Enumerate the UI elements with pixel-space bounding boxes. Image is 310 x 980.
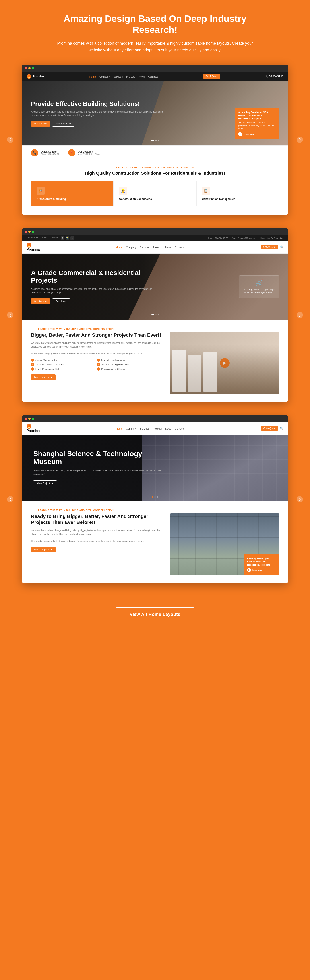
layout1-next-arrow[interactable]: ❯ — [297, 137, 303, 143]
section2-image: ▶ — [170, 332, 279, 394]
nav3-services[interactable]: Services — [140, 426, 149, 430]
dot2-2 — [155, 314, 157, 315]
service-title-1: Architecture & building — [37, 197, 108, 200]
service-card-2[interactable]: 👷 Construction Consultants — [113, 181, 196, 206]
layout1-hero-btns: Our Services More About Us! — [31, 121, 168, 127]
layout3-projects-btn[interactable]: Latest Projects ▼ — [31, 547, 56, 552]
section3-text1: We know that windows change and bring bu… — [31, 528, 161, 536]
overlay-learn-more[interactable]: ▶ Learn More — [247, 568, 275, 572]
topbar-info-link[interactable]: Info & Media — [27, 236, 38, 240]
nav3-projects[interactable]: Projects — [153, 426, 162, 430]
nav-link-news[interactable]: News — [139, 75, 145, 78]
layout3-hero: Shanghai Science & Technology Museum Sha… — [22, 435, 288, 501]
nav-link-contacts[interactable]: Contacts — [149, 75, 158, 78]
layout2-services-btn[interactable]: Our Services — [31, 298, 50, 304]
section2-right: ▶ — [170, 332, 279, 394]
nav3-company[interactable]: Company — [126, 426, 136, 430]
nav-link-projects[interactable]: Projects — [126, 75, 135, 78]
check-icon-5: ✓ — [31, 368, 34, 371]
topbar-contacts-link[interactable]: Contacts — [50, 236, 58, 240]
layout2-videos-btn[interactable]: Our Videos — [52, 298, 70, 304]
layout1-learn-more[interactable]: ▶ Learn More — [238, 132, 275, 136]
nav3-news[interactable]: News — [165, 426, 171, 430]
layout3-slide-dots — [152, 496, 158, 498]
check-icon-1: ✓ — [31, 359, 34, 362]
search-icon[interactable]: 🔍 — [280, 245, 283, 249]
info-contact-text: Phone: 55 854 54 17 — [41, 153, 59, 155]
layout3-logo: 🔥 Promina — [27, 424, 40, 433]
nav2-contacts[interactable]: Contacts — [175, 245, 184, 249]
browser-close-2 — [25, 231, 27, 233]
service-icon-2: 👷 — [119, 187, 127, 195]
layout3-nav-links: Home Company Services Projects News Cont… — [116, 426, 184, 430]
section3-eyebrow-text: Leading The Way In Building And Civil Co… — [38, 509, 114, 512]
layout1-services-btn[interactable]: Our Services — [31, 121, 50, 127]
info-location-title: Our Location — [78, 150, 101, 153]
section3-title: Ready to Bring Bigger, Better, Faster An… — [31, 513, 161, 525]
layout3-navbar: 🔥 Promina Home Company Services Projects… — [22, 422, 288, 435]
nav2-company[interactable]: Company — [126, 245, 136, 249]
layout3-hero-text: Shanghai's Science & Technology Museum o… — [33, 469, 171, 476]
layout1-quote-btn[interactable]: Get A Quote — [203, 74, 221, 79]
layout3-content: Leading The Way In Building And Civil Co… — [22, 501, 288, 583]
check-icon-6: ✓ — [97, 368, 100, 371]
learn-more-icon: ▶ — [238, 132, 242, 136]
nav3-home[interactable]: Home — [116, 426, 123, 430]
layout3-quote-btn[interactable]: Get A Quote — [261, 426, 278, 431]
nav2-home[interactable]: Home — [116, 245, 123, 249]
layout3-mockup: 🔥 Promina Home Company Services Projects… — [22, 415, 288, 583]
layout1-hero-text: A leading developer of A grade commercia… — [31, 110, 168, 117]
layout1-services-section: The Best & Grade Commercial & Residentia… — [22, 160, 288, 215]
nav3-contacts[interactable]: Contacts — [175, 426, 184, 430]
layout2-mockup: Info & Media Careers Contacts f 📸 t Phon… — [22, 228, 288, 402]
layout2-hero-text: A leading developer of A grade commercia… — [31, 287, 160, 294]
nav2-projects[interactable]: Projects — [153, 245, 162, 249]
layout1-hero-card: A Leading Developer Of A Grade Commercia… — [235, 108, 279, 139]
layout1-prev-arrow[interactable]: ❮ — [7, 137, 13, 143]
layout3-next-arrow[interactable]: ❯ — [297, 496, 303, 502]
info-text-location: Our Location York 17356 United States — [78, 150, 101, 155]
services-subtitle: The Best & Grade Commercial & Residentia… — [31, 167, 279, 169]
topbar-careers-link[interactable]: Careers — [40, 236, 48, 240]
layout2-next-arrow[interactable]: ❯ — [297, 312, 303, 318]
dot2-3 — [158, 314, 159, 315]
dot3-1 — [152, 496, 153, 498]
layout2-quote-btn[interactable]: Get A Quote — [261, 245, 278, 249]
nav-link-home[interactable]: Home — [89, 75, 96, 78]
search-icon-3[interactable]: 🔍 — [280, 427, 283, 430]
service-card-3[interactable]: 📋 Construction Management — [197, 181, 279, 206]
layout3-prev-arrow[interactable]: ❮ — [7, 496, 13, 502]
feature-list: ✓ Quality Control System ✓ Unrivalled wo… — [31, 359, 161, 371]
logo-icon-2: 🔥 — [27, 243, 32, 248]
layout2-nav-links: Home Company Services Projects News Cont… — [116, 245, 184, 249]
layout2-hero-heading: A Grade Commercial & Residential Project… — [31, 269, 160, 284]
service-card-1[interactable]: 🏗️ Architecture & building — [31, 181, 113, 206]
browser-close-3 — [25, 418, 27, 420]
twitter-icon[interactable]: t — [70, 236, 74, 240]
layout3-hero-content: Shanghai Science & Technology Museum Sha… — [22, 441, 182, 495]
section2-left: Bigger, Better, Faster And Stronger Proj… — [31, 332, 161, 394]
layout1-about-btn[interactable]: More About Us! — [52, 121, 74, 127]
section2-two-col: Bigger, Better, Faster And Stronger Proj… — [31, 332, 279, 394]
nav-link-company[interactable]: Company — [99, 75, 110, 78]
info-item-location: 📍 Our Location York 17356 United States — [68, 149, 101, 156]
arrow-icon: ▼ — [51, 376, 53, 379]
facebook-icon[interactable]: f — [61, 236, 64, 240]
services-grid: 🏗️ Architecture & building 👷 Constructio… — [31, 181, 279, 206]
cta-section: View All Home Layouts — [0, 597, 310, 633]
layout1-hero-slide: Provide Effective Building Solutions! A … — [22, 81, 288, 145]
instagram-icon[interactable]: 📸 — [66, 236, 69, 240]
nav2-news[interactable]: News — [165, 245, 171, 249]
layout2-projects-btn[interactable]: Latest Projects ▼ — [31, 374, 56, 380]
layout1-logo: 🔥 Promina — [27, 74, 44, 79]
layout2-slide-dots — [151, 314, 159, 315]
services-title: High Quality Construction Solutions For … — [31, 170, 279, 176]
building-image: Leading Developer Of Commercial And Resi… — [170, 513, 279, 575]
view-all-layouts-btn[interactable]: View All Home Layouts — [116, 608, 194, 621]
nav2-services[interactable]: Services — [140, 245, 149, 249]
nav-link-services[interactable]: Services — [113, 75, 123, 78]
section2-text2: The world is changing faster than ever b… — [31, 352, 161, 355]
info-item-contact: 📞 Quick Contact Phone: 55 854 54 17 — [31, 149, 59, 156]
layout2-prev-arrow[interactable]: ❮ — [7, 312, 13, 318]
layout3-about-btn[interactable]: About Project ▼ — [33, 480, 57, 486]
